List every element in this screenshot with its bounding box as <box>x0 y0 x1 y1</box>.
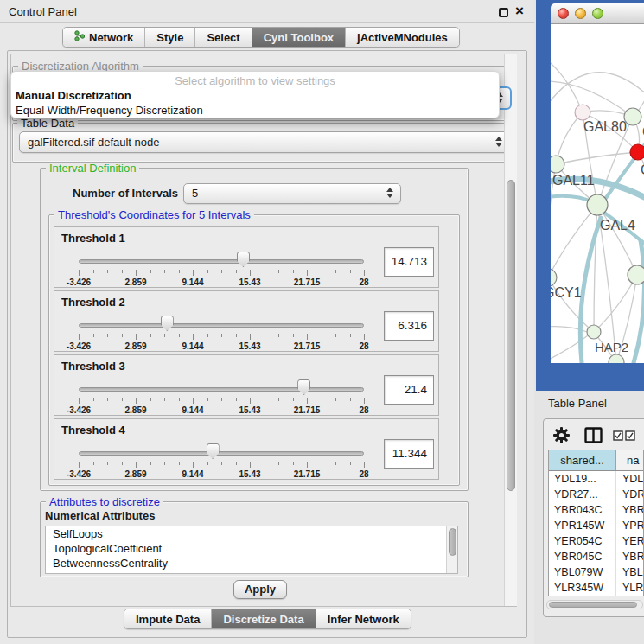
table-row[interactable]: YPR145WYPR1 <box>549 518 643 533</box>
tick-mark <box>193 334 194 340</box>
table-row[interactable]: YIL052CYIL0 <box>549 596 643 596</box>
slider-thumb[interactable] <box>161 316 174 331</box>
table-header-shared-name[interactable]: shared... <box>549 450 616 470</box>
tab-label: jActiveMNodules <box>357 31 448 44</box>
tab-label: Discretize Data <box>223 613 303 626</box>
column-check-icon[interactable] <box>613 430 623 441</box>
tab-jactivemnodules[interactable]: jActiveMNodules <box>346 28 459 47</box>
tick-mark <box>150 462 151 465</box>
tick-mark <box>307 462 308 468</box>
columns-icon[interactable] <box>584 427 603 443</box>
network-node[interactable] <box>575 105 590 120</box>
tick-mark <box>322 462 322 465</box>
threshold-slider[interactable]: -3.4262.8599.14415.4321.71528 <box>72 440 371 478</box>
table-row[interactable]: YBL079WYBL0 <box>549 564 643 580</box>
network-node[interactable] <box>630 144 644 160</box>
table-data-combobox[interactable]: galFiltered.sif default node <box>19 131 510 153</box>
slider-thumb[interactable] <box>207 443 220 459</box>
network-node[interactable] <box>609 354 624 363</box>
slider-track[interactable] <box>79 387 364 392</box>
tick-mark <box>322 398 322 401</box>
tab-infer-network[interactable]: Infer Network <box>316 609 411 628</box>
tab-impute-data[interactable]: Impute Data <box>124 609 212 628</box>
network-canvas[interactable]: GAL80GAGAL11CGAL4GCY1HHAP2 <box>551 24 644 363</box>
table-horizontal-scrollbar[interactable] <box>546 600 643 609</box>
tick-mark <box>150 398 151 401</box>
interval-definition-group-title: Interval Definition <box>46 163 139 175</box>
tab-label: Select <box>207 31 239 44</box>
popup-option-manual-discretization[interactable]: Manual Discretization <box>16 89 131 102</box>
mac-minimize-button[interactable] <box>575 8 586 19</box>
network-node[interactable] <box>628 265 644 284</box>
tick-mark <box>293 270 294 273</box>
tick-mark <box>136 334 137 340</box>
table-header-name[interactable]: na <box>616 450 643 470</box>
threshold-value-field[interactable]: 14.713 <box>384 247 434 277</box>
threshold-value-field[interactable]: 11.344 <box>384 439 434 469</box>
attribute-item-selfloops[interactable]: SelfLoops <box>46 526 457 541</box>
mac-close-button[interactable] <box>558 8 569 19</box>
popup-option-equal-width-frequency[interactable]: Equal Width/Frequency Discretization <box>16 104 203 117</box>
apply-button[interactable]: Apply <box>233 580 287 599</box>
slider-track[interactable] <box>79 323 364 328</box>
list-scrollbar-thumb[interactable] <box>449 528 456 556</box>
slider-thumb[interactable] <box>297 379 310 395</box>
column-check-icon[interactable] <box>625 430 635 441</box>
panel-scrollbar[interactable] <box>504 54 517 606</box>
tick-mark <box>136 398 137 404</box>
tick-label: 15.43 <box>239 277 260 287</box>
float-window-icon[interactable] <box>499 8 508 17</box>
tick-mark <box>307 270 308 276</box>
table-row[interactable]: YBR043CYBR0 <box>549 502 643 518</box>
tick-mark <box>107 270 108 273</box>
tab-style[interactable]: Style <box>145 28 195 47</box>
threshold-panel-1: Threshold 1-3.4262.8599.14415.4321.71528… <box>54 226 439 288</box>
tab-network[interactable]: Network <box>63 28 145 47</box>
network-edge <box>551 205 597 277</box>
threshold-value-field[interactable]: 6.316 <box>384 311 434 341</box>
tab-discretize-data[interactable]: Discretize Data <box>212 609 316 628</box>
attribute-item-topologicalcoefficient[interactable]: TopologicalCoefficient <box>46 541 457 556</box>
table-row[interactable]: YBR045CYBR0 <box>549 549 643 564</box>
tab-cyni-toolbox[interactable]: Cyni Toolbox <box>252 28 346 47</box>
cell-name: YBL0 <box>616 564 643 580</box>
threshold-value-field[interactable]: 21.4 <box>384 375 434 405</box>
network-edge <box>556 152 638 164</box>
table-hscrollbar-thumb[interactable] <box>549 602 637 608</box>
list-scrollbar[interactable] <box>446 526 457 573</box>
panel-scrollbar-thumb[interactable] <box>507 180 515 491</box>
number-of-intervals-combobox[interactable]: 5 <box>183 183 401 204</box>
network-node-label: GAL11 <box>552 173 595 188</box>
network-node[interactable] <box>624 108 641 125</box>
tick-label: 21.715 <box>294 469 321 479</box>
table-row[interactable]: YER054CYER0 <box>549 533 643 549</box>
tick-mark <box>136 270 137 276</box>
network-node[interactable] <box>551 269 557 286</box>
cell-name: YPR1 <box>616 518 643 533</box>
tick-mark <box>250 270 251 276</box>
tick-label: 2.859 <box>124 341 146 351</box>
threshold-slider[interactable]: -3.4262.8599.14415.4321.71528 <box>72 312 371 350</box>
table-row[interactable]: YLR345WYLR3 <box>549 580 643 596</box>
attribute-item-betweennesscentrality[interactable]: BetweennessCentrality <box>46 556 457 571</box>
cell-shared-name: YLR345W <box>549 580 616 596</box>
threshold-slider[interactable]: -3.4262.8599.14415.4321.71528 <box>72 376 371 414</box>
network-graph[interactable]: GAL80GAGAL11CGAL4GCY1HHAP2 <box>551 24 644 363</box>
bottom-tab-bar: Impute DataDiscretize DataInfer Network <box>124 609 411 629</box>
tab-select[interactable]: Select <box>195 28 252 47</box>
mac-zoom-button[interactable] <box>592 8 603 19</box>
numerical-attributes-list[interactable]: SelfLoopsTopologicalCoefficientBetweenne… <box>45 526 458 574</box>
network-node[interactable] <box>551 156 564 173</box>
network-node[interactable] <box>587 194 608 215</box>
slider-track[interactable] <box>79 451 364 456</box>
table-row[interactable]: YDR27...YDR2 <box>549 487 643 502</box>
network-node[interactable] <box>587 325 601 339</box>
tick-mark <box>79 398 80 404</box>
table-row[interactable]: YDL19...YDL1 <box>549 471 643 487</box>
slider-track[interactable] <box>79 259 364 264</box>
settings-gear-icon[interactable] <box>553 427 570 443</box>
threshold-slider[interactable]: -3.4262.8599.14415.4321.71528 <box>72 248 371 286</box>
control-panel-titlebar: Control Panel × <box>0 0 534 23</box>
slider-thumb[interactable] <box>237 252 250 267</box>
close-icon[interactable]: × <box>515 2 524 21</box>
